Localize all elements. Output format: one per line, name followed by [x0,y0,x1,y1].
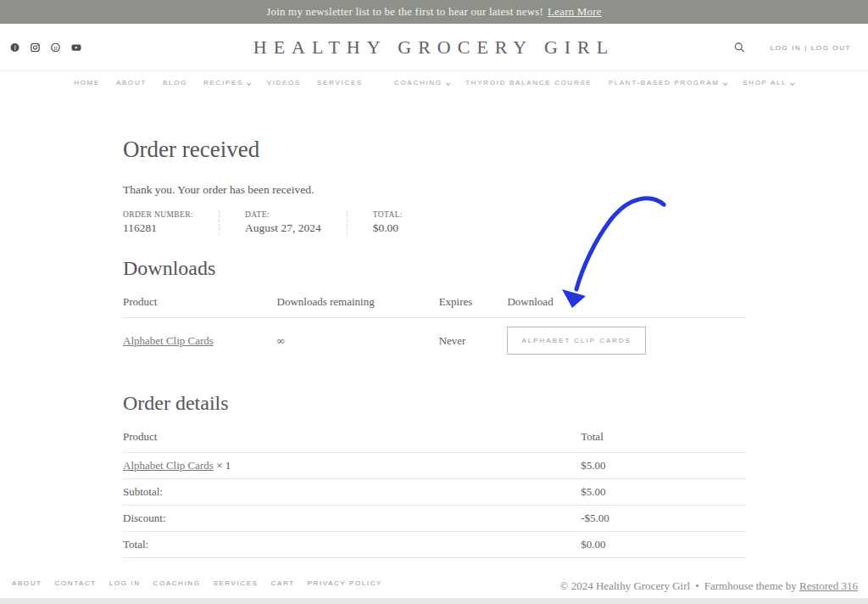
search-icon[interactable] [734,42,745,53]
downloads-title: Downloads [123,257,746,280]
col-expires: Expires [439,290,508,318]
line-item-product-link[interactable]: Alphabet Clip Cards [123,459,214,472]
order-details-title: Order details [123,392,746,415]
main-content: Order received Thank you. Your order has… [0,94,868,559]
order-number-value: 116281 [123,221,193,235]
order-total-value: $0.00 [373,221,403,235]
subtotal-label: Subtotal: [123,479,581,506]
copyright-notice: © 2024 Healthy Grocery Girl•Farmhouse th… [560,579,858,593]
col-total: Total [581,425,746,453]
nav-item-blog[interactable]: BLOG [163,79,187,87]
line-item-quantity: × 1 [216,459,231,472]
download-product-link[interactable]: Alphabet Clip Cards [123,334,214,347]
order-details-table: Product Total Alphabet Clip Cards × 1 $5… [123,425,746,558]
total-label: Total: [123,532,581,558]
order-total-item: TOTAL: $0.00 [373,210,428,235]
order-total-label: TOTAL: [373,210,403,219]
download-row: Alphabet Clip Cards ∞ Never ALPHABET CLI… [123,318,746,364]
download-button[interactable]: ALPHABET CLIP CARDS [507,327,646,355]
nav-item-label: SHOP ALL [743,79,787,87]
downloads-header-row: Product Downloads remaining Expires Down… [123,290,746,318]
copyright-text: © 2024 Healthy Grocery Girl [560,579,691,592]
col-download: Download [507,290,746,318]
footer-link-log-in[interactable]: LOG IN [109,579,141,587]
footer-link-contact[interactable]: CONTACT [55,579,97,587]
site-header: f p HEALTHY GROCERY GIRL LOG IN | LOG OU… [0,24,868,71]
expires-value: Never [439,318,508,364]
chevron-down-icon [247,81,251,85]
line-item-row: Alphabet Clip Cards × 1 $5.00 [123,453,746,479]
footer-link-privacy-policy[interactable]: PRIVACY POLICY [308,579,382,587]
order-date-label: DATE: [245,210,321,219]
nav-item-thyroid-balance-course[interactable]: THYROID BALANCE COURSE [465,79,592,87]
order-number-label: ORDER NUMBER: [123,210,193,219]
page-title: Order received [123,94,746,163]
col-product: Product [123,425,581,453]
nav-item-recipes[interactable]: RECIPES [203,79,251,87]
order-confirmation-message: Thank you. Your order has been received. [123,183,746,197]
discount-row: Discount: -$5.00 [123,506,746,532]
order-date-value: August 27, 2024 [245,221,321,235]
discount-label: Discount: [123,506,581,532]
bottom-edge-strip [0,598,868,604]
banner-learn-more-link[interactable]: Learn More [548,5,602,18]
order-number-item: ORDER NUMBER: 116281 [123,210,220,235]
order-meta: ORDER NUMBER: 116281 DATE: August 27, 20… [123,210,746,235]
footer-nav: ABOUT CONTACT LOG IN COACHING SERVICES C… [12,579,382,587]
chevron-down-icon [791,81,795,85]
header-utilities: LOG IN | LOG OUT [734,42,851,53]
theme-credit-link[interactable]: Restored 316 [799,579,858,592]
col-downloads-remaining: Downloads remaining [277,290,439,318]
total-row: Total: $0.00 [123,532,746,558]
nav-item-label: COACHING [394,79,442,87]
site-footer: ABOUT CONTACT LOG IN COACHING SERVICES C… [0,559,868,598]
subtotal-value: $5.00 [581,479,746,506]
nav-item-about[interactable]: ABOUT [116,79,147,87]
total-value: $0.00 [581,532,746,558]
downloads-table: Product Downloads remaining Expires Down… [123,290,746,363]
order-date-item: DATE: August 27, 2024 [245,210,348,235]
nav-item-label: RECIPES [203,79,243,87]
nav-item-videos[interactable]: VIDEOS [267,79,301,87]
footer-link-about[interactable]: ABOUT [12,579,42,587]
banner-text: Join my newsletter list to be the first … [266,5,543,18]
copyright-separator: • [695,579,699,592]
nav-item-coaching[interactable]: COACHING [394,79,449,87]
col-product: Product [123,290,277,318]
newsletter-banner: Join my newsletter list to be the first … [0,0,868,24]
subtotal-row: Subtotal: $5.00 [123,479,746,506]
line-item-total: $5.00 [581,453,746,479]
downloads-remaining-value: ∞ [277,318,439,364]
nav-item-home[interactable]: HOME [74,79,100,87]
order-details-header-row: Product Total [123,425,746,453]
footer-link-services[interactable]: SERVICES [213,579,258,587]
footer-link-cart[interactable]: CART [271,579,295,587]
nav-item-plant-based-program[interactable]: PLANT-BASED PROGRAM [609,79,727,87]
discount-value: -$5.00 [581,506,746,532]
chevron-down-icon [723,81,727,85]
nav-item-label: PLANT-BASED PROGRAM [609,79,720,87]
account-links[interactable]: LOG IN | LOG OUT [771,43,851,51]
nav-item-services[interactable]: SERVICES [317,79,363,87]
primary-nav: HOME ABOUT BLOG RECIPES VIDEOS SERVICES … [0,71,868,94]
nav-item-shop-all[interactable]: SHOP ALL [743,79,794,87]
chevron-down-icon [446,81,450,85]
theme-credit-text: Farmhouse theme by [704,579,797,592]
footer-link-coaching[interactable]: COACHING [153,579,201,587]
